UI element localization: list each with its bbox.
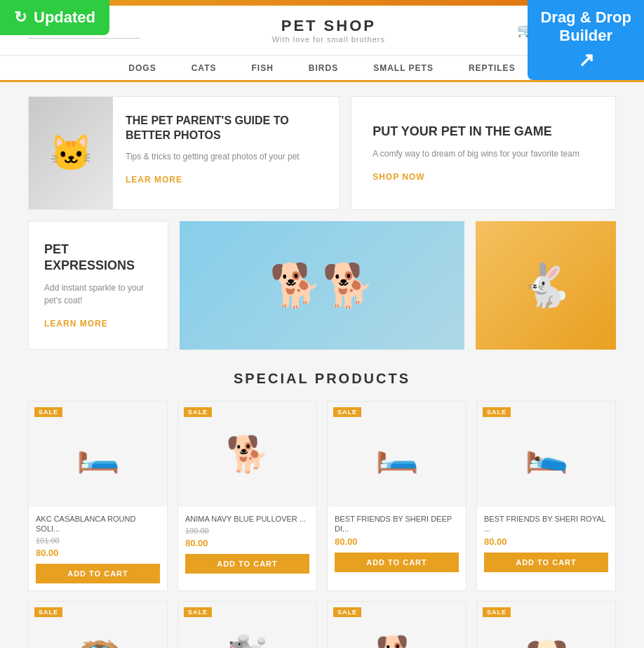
sale-badge: SALE [333,607,361,617]
drag-drop-line1: Drag & Drop [540,8,631,26]
product-image: 🛏️ [29,402,167,507]
top-banners: 🐱 THE PET PARENT'S GUIDE TO BETTER PHOTO… [28,96,616,210]
banner-left-desc: Tips & tricks to getting great photos of… [126,150,326,163]
nav-small-pets[interactable]: SMALL PETS [373,63,434,73]
banner-left-text: THE PET PARENT'S GUIDE TO BETTER PHOTOS … [113,97,339,209]
product-image: 🛏️ [328,402,466,507]
dogs-image: 🐕🐕 [180,221,464,350]
banner-right-title: PUT YOUR PET IN THE GAME [373,124,594,140]
special-products-section: SPECIAL PRODUCTS SALE 🛏️ AKC CASABLANCA … [28,371,616,648]
nav-dogs[interactable]: DOGS [128,63,156,73]
sale-badge: SALE [34,607,62,617]
main-content: 🐱 THE PET PARENT'S GUIDE TO BETTER PHOTO… [0,82,644,648]
cat-image: 🐱 [29,97,113,209]
product-price: 80.00 [335,536,459,547]
product-image: 🛌 [477,402,615,507]
product-info: BEST FRIENDS BY SHERI DEEP DI... 80.00 A… [328,507,466,580]
updated-label: Updated [34,8,95,27]
pet-expr-desc: Add instant sparkle to your pet's coat! [44,282,152,307]
add-to-cart-button[interactable]: ADD TO CART [36,564,160,583]
nav-fish[interactable]: FISH [251,63,273,73]
sale-badge: SALE [184,607,212,617]
product-card: SALE 🐩 BLUEBERRY PET DOG APPAREL ... 100… [177,601,317,648]
banner-card-left: 🐱 THE PET PARENT'S GUIDE TO BETTER PHOTO… [28,96,340,210]
product-info: ANIMA NAVY BLUE PULLOVER ... 100.00 80.0… [178,507,316,581]
nav-cats[interactable]: CATS [192,63,217,73]
product-name: AKC CASABLANCA ROUND SOLI... [36,514,160,534]
sale-badge: SALE [184,407,212,417]
product-price: 80.00 [484,536,608,547]
arrow-icon: ↗ [540,48,631,72]
products-grid: SALE 🛏️ AKC CASABLANCA ROUND SOLI... 101… [28,401,616,648]
product-info: BEST FRIENDS BY SHERI ROYAL ... 80.00 AD… [477,507,615,580]
sale-badge: SALE [34,407,62,417]
sale-badge: SALE [483,607,511,617]
cat-placeholder: 🐱 [29,97,113,209]
product-card: SALE 🛏️ AKC CASABLANCA ROUND SOLI... 101… [28,401,168,592]
nav-birds[interactable]: BIRDS [309,63,338,73]
add-to-cart-button[interactable]: ADD TO CART [335,553,459,572]
site-tagline: With love for small brothers [272,35,385,44]
product-price: 80.00 [36,548,160,558]
product-name: BEST FRIENDS BY SHERI DEEP DI... [335,514,459,534]
banner-card-right: PUT YOUR PET IN THE GAME A comfy way to … [351,96,616,210]
product-card: SALE 🐕 BLUEBERRY PET DOG POLO SHI... 90.… [327,601,467,648]
updated-badge: ↻ Updated [0,0,109,35]
sale-badge: SALE [483,407,511,417]
product-name: ANIMA NAVY BLUE PULLOVER ... [185,514,309,524]
product-card: SALE 🛏️ BEST FRIENDS BY SHERI DEEP DI...… [327,401,467,592]
add-to-cart-button[interactable]: ADD TO CART [185,554,309,574]
add-to-cart-button[interactable]: ADD TO CART [484,553,608,572]
product-price: 80.00 [185,538,309,548]
banner-right-cta[interactable]: SHOP NOW [373,172,424,182]
sale-badge: SALE [333,407,361,417]
product-card: SALE 🪺 BIG BARKER 7 PILLOW TOP ORT... 60… [28,601,168,648]
product-card: SALE 🐕 ANIMA NAVY BLUE PULLOVER ... 100.… [177,401,317,592]
product-old-price: 101.00 [36,536,160,545]
pet-expr-cta[interactable]: LEARN MORE [44,319,108,329]
pet-expressions-card: PET EXPRESSIONS Add instant sparkle to y… [28,221,168,350]
banner-right-desc: A comfy way to dream of big wins for you… [373,147,594,160]
product-name: BEST FRIENDS BY SHERI ROYAL ... [484,514,608,534]
product-old-price: 100.00 [185,527,309,535]
site-name: PET SHOP [272,17,385,35]
banner-left-cta[interactable]: LEAR MORE [126,175,182,185]
drag-drop-banner: Drag & Drop Builder ↗ [528,0,644,80]
pet-expr-title: PET EXPRESSIONS [44,242,152,275]
product-image: 🐕 [178,402,316,507]
banner-left-title: THE PET PARENT'S GUIDE TO BETTER PHOTOS [126,114,326,143]
drag-drop-line2: Builder [559,27,612,44]
rabbit-image: 🐇 [476,221,616,350]
product-info: AKC CASABLANCA ROUND SOLI... 101.00 80.0… [29,507,167,591]
special-products-title: SPECIAL PRODUCTS [28,371,616,387]
banner-right-text: PUT YOUR PET IN THE GAME A comfy way to … [373,124,594,182]
product-card: SALE 🐶 DESIGNER PET CLOTHES, ROYAL ... 1… [476,601,616,648]
refresh-icon: ↻ [14,8,27,27]
bottom-banners: PET EXPRESSIONS Add instant sparkle to y… [28,221,616,350]
nav-reptiles[interactable]: REPTILES [469,63,516,73]
site-title: PET SHOP With love for small brothers [272,17,385,44]
product-card: SALE 🛌 BEST FRIENDS BY SHERI ROYAL ... 8… [476,401,616,592]
